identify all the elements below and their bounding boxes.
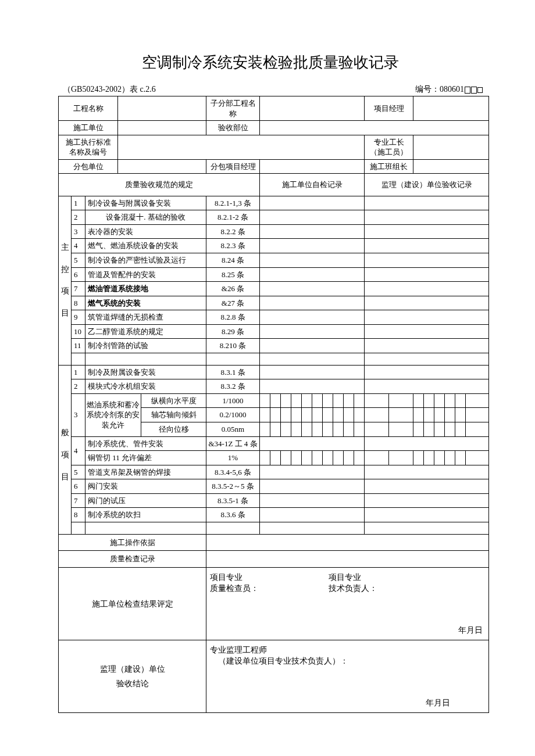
check-cell[interactable]	[354, 393, 365, 408]
field-sub-pm[interactable]	[260, 159, 365, 174]
self-check-cell[interactable]	[260, 210, 365, 225]
check-cell[interactable]	[333, 393, 344, 408]
check-cell[interactable]	[270, 451, 281, 465]
field-proj-name[interactable]	[118, 96, 206, 121]
check-cell[interactable]	[354, 451, 365, 465]
sup-check-cell[interactable]	[365, 493, 489, 508]
check-cell[interactable]	[445, 422, 455, 437]
self-check-cell[interactable]	[260, 379, 365, 394]
self-check-cell[interactable]	[260, 465, 365, 479]
sup-check-cell[interactable]	[365, 508, 489, 522]
sup-cell[interactable]	[389, 422, 413, 437]
self-check-cell[interactable]	[260, 310, 365, 325]
field-contractor[interactable]	[118, 121, 206, 135]
check-cell[interactable]	[270, 393, 281, 408]
check-cell[interactable]	[455, 408, 466, 422]
self-check-cell[interactable]	[260, 339, 365, 353]
check-cell[interactable]	[455, 451, 466, 465]
sup-check-cell[interactable]	[365, 282, 489, 296]
sig-body[interactable]: 项目专业 质量检查员： 项目专业 技术负责人： 年月日	[206, 567, 489, 640]
check-cell[interactable]	[260, 451, 270, 465]
sup-check-cell[interactable]	[365, 224, 489, 239]
check-cell[interactable]	[466, 408, 489, 422]
sup-cell[interactable]	[365, 422, 389, 437]
check-cell[interactable]	[312, 451, 323, 465]
sup-check-cell[interactable]	[365, 339, 489, 353]
check-cell[interactable]	[413, 408, 424, 422]
field-team[interactable]	[413, 159, 489, 174]
check-cell[interactable]	[270, 408, 281, 422]
check-cell[interactable]	[302, 408, 312, 422]
check-cell[interactable]	[312, 422, 323, 437]
field-subcon[interactable]	[118, 159, 206, 174]
check-cell[interactable]	[455, 393, 466, 408]
check-cell[interactable]	[413, 451, 424, 465]
check-cell[interactable]	[270, 422, 281, 437]
check-cell[interactable]	[445, 408, 455, 422]
sup-check-cell[interactable]	[365, 479, 489, 494]
self-check-cell[interactable]	[260, 239, 365, 253]
sup-cell[interactable]	[365, 408, 389, 422]
self-check-cell[interactable]	[260, 436, 365, 451]
sup-check-cell[interactable]	[365, 324, 489, 339]
check-cell[interactable]	[312, 408, 323, 422]
check-cell[interactable]	[434, 393, 445, 408]
check-cell[interactable]	[281, 408, 291, 422]
field-accept-part[interactable]	[260, 121, 489, 135]
self-check-cell[interactable]	[260, 508, 365, 522]
sup-cell[interactable]	[365, 451, 389, 465]
check-cell[interactable]	[302, 422, 312, 437]
sup-cell[interactable]	[389, 451, 413, 465]
self-check-cell[interactable]	[260, 196, 365, 210]
self-check-cell[interactable]	[260, 324, 365, 339]
check-cell[interactable]	[312, 393, 323, 408]
check-cell[interactable]	[424, 422, 434, 437]
sup-check-cell[interactable]	[365, 296, 489, 310]
field-pm[interactable]	[413, 96, 489, 121]
check-cell[interactable]	[323, 393, 333, 408]
check-cell[interactable]	[466, 451, 489, 465]
self-check-cell[interactable]	[260, 253, 365, 268]
sup-check-cell[interactable]	[365, 267, 489, 282]
self-check-cell[interactable]	[260, 267, 365, 282]
field-qc-record[interactable]	[206, 551, 489, 568]
check-cell[interactable]	[260, 408, 270, 422]
check-cell[interactable]	[445, 451, 455, 465]
check-cell[interactable]	[434, 422, 445, 437]
check-cell[interactable]	[291, 408, 302, 422]
sup-cell[interactable]	[365, 393, 389, 408]
check-cell[interactable]	[333, 408, 344, 422]
check-cell[interactable]	[466, 393, 489, 408]
check-cell[interactable]	[424, 408, 434, 422]
sup-check-cell[interactable]	[365, 253, 489, 268]
field-std[interactable]	[118, 135, 365, 159]
field-sub-proj[interactable]	[260, 96, 365, 121]
check-cell[interactable]	[455, 422, 466, 437]
check-cell[interactable]	[424, 451, 434, 465]
check-cell[interactable]	[281, 393, 291, 408]
check-cell[interactable]	[434, 451, 445, 465]
check-cell[interactable]	[302, 451, 312, 465]
check-cell[interactable]	[354, 408, 365, 422]
check-cell[interactable]	[413, 422, 424, 437]
sup-check-cell[interactable]	[365, 239, 489, 253]
check-cell[interactable]	[260, 393, 270, 408]
check-cell[interactable]	[344, 393, 354, 408]
check-cell[interactable]	[302, 393, 312, 408]
check-cell[interactable]	[291, 393, 302, 408]
field-op-basis[interactable]	[206, 534, 489, 551]
check-cell[interactable]	[333, 422, 344, 437]
field-foreman[interactable]	[413, 135, 489, 159]
check-cell[interactable]	[354, 422, 365, 437]
sup-cell[interactable]	[389, 393, 413, 408]
self-check-cell[interactable]	[260, 282, 365, 296]
check-cell[interactable]	[281, 422, 291, 437]
check-cell[interactable]	[424, 393, 434, 408]
check-cell[interactable]	[466, 422, 489, 437]
sup-check-cell[interactable]	[365, 379, 489, 394]
check-cell[interactable]	[291, 422, 302, 437]
sup-check-cell[interactable]	[365, 465, 489, 479]
self-check-cell[interactable]	[260, 296, 365, 310]
check-cell[interactable]	[445, 393, 455, 408]
self-check-cell[interactable]	[260, 479, 365, 494]
